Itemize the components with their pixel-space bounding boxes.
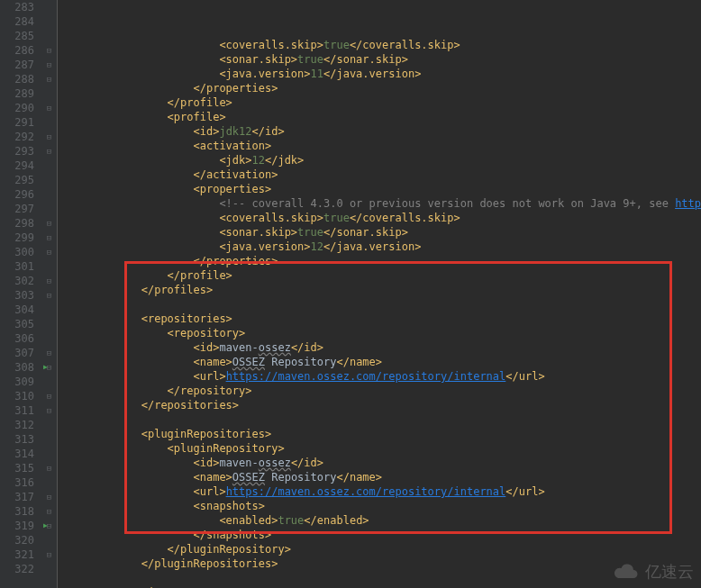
line-number: 312 (0, 418, 34, 432)
code-line[interactable]: <jdk>12</jdk> (63, 153, 701, 167)
fold-open-icon[interactable]: ⊟ (41, 461, 57, 475)
token-tag: </properties> (194, 255, 278, 267)
fold-none (41, 375, 57, 389)
code-line[interactable]: <pluginRepository> (63, 441, 701, 456)
fold-close-icon[interactable]: ⊟ (41, 504, 57, 519)
fold-open-icon[interactable]: ⊟ (41, 274, 57, 288)
watermark-text: 亿速云 (645, 561, 694, 583)
fold-none (41, 447, 57, 461)
token-tag: </name> (336, 356, 382, 368)
line-number: 283 (0, 0, 34, 14)
code-line[interactable]: <url>https://maven.ossez.com/repository/… (63, 484, 701, 499)
token-comment: <!-- coverall 4.3.0 or previous version … (219, 197, 675, 210)
fold-none (41, 187, 57, 202)
fold-open-icon[interactable]: ⊟ (41, 144, 57, 158)
fold-close-icon[interactable]: ⊟ (41, 43, 57, 58)
code-line[interactable]: </activation> (63, 167, 701, 182)
token-tag: <profile> (168, 111, 226, 123)
code-line[interactable]: </pluginRepositories> (63, 556, 701, 571)
token-text-content: Repository (265, 356, 336, 368)
fold-open-icon[interactable]: ⊟ (41, 101, 57, 115)
line-number: 287 (0, 58, 34, 72)
line-number: 319 (0, 519, 34, 533)
code-line[interactable]: <repositories> (63, 312, 701, 326)
code-line[interactable]: <properties> (63, 182, 701, 196)
code-line[interactable] (63, 571, 701, 585)
line-number: 317 (0, 490, 34, 504)
fold-close-icon[interactable]: ⊟ (41, 130, 57, 144)
fold-open-icon[interactable]: ⊟ (41, 403, 57, 418)
token-tag: <pluginRepositories> (141, 428, 272, 440)
line-number: 298 (0, 216, 34, 231)
code-line[interactable]: <repository> (63, 326, 701, 340)
code-line[interactable]: </properties> (63, 254, 701, 268)
code-line[interactable]: </profile> (63, 268, 701, 283)
code-line[interactable]: <pluginRepositories> (63, 427, 701, 441)
fold-close-icon[interactable]: ⊟ (41, 58, 57, 72)
code-line[interactable] (63, 412, 701, 427)
code-line[interactable]: <java.version>11</java.version> (63, 67, 701, 81)
token-tag: <properties> (194, 183, 272, 195)
token-attr-val: true (323, 39, 350, 51)
code-line[interactable]: <activation> (63, 139, 701, 153)
token-attr-val: jdk12 (219, 125, 251, 138)
code-line[interactable]: <java.version>12</java.version> (63, 240, 701, 254)
code-line[interactable] (63, 297, 701, 312)
code-line[interactable]: </repositories> (63, 398, 701, 412)
fold-close-icon[interactable]: ⊟ (41, 490, 57, 504)
token-link: https://maven.ossez.com/repository/inter… (226, 485, 506, 498)
code-line[interactable]: </profile> (63, 95, 701, 110)
fold-open-icon[interactable]: ⊟ (41, 72, 57, 86)
code-line[interactable]: <id>maven-ossez</id> (63, 456, 701, 470)
code-line[interactable]: <!-- coverall 4.3.0 or previous version … (63, 196, 701, 211)
fold-close-icon[interactable]: ⊟ (41, 216, 57, 231)
token-tag: <repository> (168, 327, 246, 339)
line-number: 308 (0, 360, 34, 375)
code-line[interactable]: </properties> (63, 81, 701, 95)
line-number: 292 (0, 130, 34, 144)
fold-close-icon[interactable]: ⊟ (41, 245, 57, 259)
token-tag: <java.version> (219, 68, 310, 80)
code-line[interactable]: <id>maven-ossez</id> (63, 340, 701, 355)
code-line[interactable]: <name>OSSEZ Repository</name> (63, 470, 701, 484)
code-line[interactable]: </profiles> (63, 283, 701, 297)
token-tag: <coveralls.skip> (219, 39, 323, 51)
line-number: 293 (0, 144, 34, 158)
code-line[interactable]: </pluginRepository> (63, 542, 701, 556)
code-line[interactable]: <url>https://maven.ossez.com/repository/… (63, 369, 701, 384)
line-number: 290 (0, 101, 34, 115)
code-line[interactable]: <name>OSSEZ Repository</name> (63, 355, 701, 369)
token-text-content: Repository (265, 471, 336, 484)
fold-open-icon[interactable]: ⊟ (41, 389, 57, 403)
code-line[interactable]: <id>jdk12</id> (63, 124, 701, 139)
fold-close-icon[interactable]: ⊟ (41, 346, 57, 360)
token-tag: <sonar.skip> (219, 226, 297, 239)
fold-close-icon[interactable]: ⊟ (41, 231, 57, 245)
code-line[interactable]: <coveralls.skip>true</coveralls.skip> (63, 38, 701, 52)
token-tag: <pluginRepository> (168, 442, 285, 455)
token-spell: OSSEZ (232, 471, 265, 484)
token-tag: <activation> (194, 140, 272, 152)
code-editor[interactable]: 2832842852862872882892902912922932942952… (0, 0, 701, 588)
fold-close-icon[interactable]: ▶⊟ (41, 360, 57, 375)
code-line[interactable]: <profile> (63, 110, 701, 124)
fold-close-icon[interactable]: ▶⊟ (41, 519, 57, 533)
fold-open-icon[interactable]: ⊟ (41, 288, 57, 303)
fold-gutter[interactable]: ⊟⊟⊟⊟⊟⊟⊟⊟⊟⊟⊟⊟▶⊟⊟⊟⊟⊟⊟▶⊟⊟ (41, 0, 58, 588)
line-number: 297 (0, 202, 34, 216)
code-line[interactable]: <coveralls.skip>true</coveralls.skip> (63, 211, 701, 225)
code-line[interactable]: <enabled>true</enabled> (63, 513, 701, 528)
fold-close-icon[interactable]: ⊟ (41, 547, 57, 562)
code-content[interactable]: <coveralls.skip>true</coveralls.skip> <s… (58, 0, 701, 588)
fold-none (41, 533, 57, 547)
code-line[interactable]: </snapshots> (63, 528, 701, 542)
fold-none (41, 202, 57, 216)
code-line[interactable]: </repository> (63, 384, 701, 398)
code-line[interactable]: <snapshots> (63, 499, 701, 513)
fold-none (41, 317, 57, 331)
code-line[interactable]: <sonar.skip>true</sonar.skip> (63, 225, 701, 240)
code-line[interactable]: <sonar.skip>true</sonar.skip> (63, 52, 701, 67)
line-number: 300 (0, 245, 34, 259)
line-number: 309 (0, 375, 34, 389)
fold-none (41, 158, 57, 173)
